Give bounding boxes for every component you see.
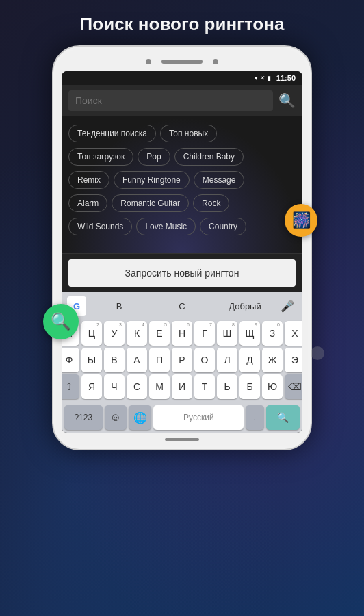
search-bar: 🔍 <box>62 85 302 116</box>
shift-key[interactable]: ⇧ <box>62 374 79 399</box>
tag-wild-sounds[interactable]: Wild Sounds <box>68 218 132 235</box>
tag-love-music[interactable]: Love Music <box>136 218 196 235</box>
suggestion-right[interactable]: Добрый <box>215 298 275 314</box>
battery-icon: ▮ <box>268 75 271 81</box>
key-ч[interactable]: Ч <box>104 374 125 399</box>
request-ringtone-button[interactable]: Запросить новый рингтон <box>68 259 296 287</box>
search-fab[interactable]: 🔍 <box>43 304 79 339</box>
status-time: 11:50 <box>276 74 296 82</box>
language-key[interactable]: 🌐 <box>129 405 151 430</box>
wifi-icon: ▾ <box>255 75 258 81</box>
key-с[interactable]: С <box>127 374 147 399</box>
keyboard-rows: 1Й 2Ц 3У 4К 5Е 6Н 7Г 8Ш 9Щ 0З Х Ф <box>62 320 302 404</box>
key-т[interactable]: Т <box>194 374 215 399</box>
phone-screen: ▾ ✕ ▮ 11:50 🔍 Тенденции поиска Топ новых <box>62 71 302 433</box>
tag-top-downloads[interactable]: Топ загрузок <box>68 148 133 166</box>
signal-icon: ✕ <box>260 75 265 81</box>
tag-pop[interactable]: Pop <box>138 148 170 166</box>
key-ю[interactable]: Ю <box>262 374 283 399</box>
camera-dot <box>146 59 151 64</box>
tag-children-baby[interactable]: Children Baby <box>174 148 244 166</box>
key-э[interactable]: Э <box>285 348 302 372</box>
key-к[interactable]: 4К <box>127 321 147 346</box>
tags-row-2: Топ загрузок Pop Children Baby <box>68 148 296 166</box>
tag-trending[interactable]: Тенденции поиска <box>68 125 156 142</box>
key-м[interactable]: М <box>149 374 170 399</box>
key-е[interactable]: 5Е <box>149 321 170 346</box>
speaker-bar <box>161 60 203 64</box>
key-и[interactable]: И <box>172 374 192 399</box>
tag-rock[interactable]: Rock <box>193 194 229 212</box>
key-ы[interactable]: Ы <box>81 348 102 372</box>
status-bar: ▾ ✕ ▮ 11:50 <box>62 71 302 85</box>
key-х[interactable]: Х <box>285 321 302 346</box>
tag-country[interactable]: Country <box>200 218 246 235</box>
search-input[interactable] <box>68 90 273 111</box>
keyboard-row-1: 1Й 2Ц 3У 4К 5Е 6Н 7Г 8Ш 9Щ 0З Х <box>64 321 300 346</box>
keyboard: G В С Добрый 🎤 1Й 2Ц 3У 4К 5Е <box>62 292 302 433</box>
key-у[interactable]: 3У <box>104 321 125 346</box>
key-щ[interactable]: 9Щ <box>239 321 260 346</box>
space-key[interactable]: Русский <box>153 405 244 430</box>
tag-message[interactable]: Message <box>194 171 245 189</box>
tag-alarm[interactable]: Alarm <box>68 194 107 212</box>
tag-funny-ringtone[interactable]: Funny Ringtone <box>114 171 190 189</box>
keyboard-row-3: ⇧ Я Ч С М И Т Ь Б Ю ⌫ <box>64 374 300 399</box>
side-decoration <box>311 346 324 360</box>
keyboard-bottom-row: ?123 ☺ 🌐 Русский . 🔍 <box>62 404 302 433</box>
microphone-icon[interactable]: 🎤 <box>278 297 297 316</box>
key-з[interactable]: 0З <box>262 321 283 346</box>
backspace-key[interactable]: ⌫ <box>285 374 302 399</box>
tags-row-4: Alarm Romantic Guitar Rock <box>68 194 296 212</box>
key-г[interactable]: 7Г <box>194 321 215 346</box>
phone-bottom <box>62 438 302 441</box>
tag-remix[interactable]: Remix <box>68 171 109 189</box>
key-р[interactable]: Р <box>172 348 192 372</box>
tag-romantic-guitar[interactable]: Romantic Guitar <box>112 194 189 212</box>
key-д[interactable]: Д <box>239 348 260 372</box>
key-п[interactable]: П <box>149 348 170 372</box>
key-ш[interactable]: 8Ш <box>217 321 237 346</box>
key-ж[interactable]: Ж <box>262 348 283 372</box>
enter-search-key[interactable]: 🔍 <box>266 405 300 430</box>
camera-dot-right <box>213 59 218 64</box>
key-ц[interactable]: 2Ц <box>81 321 102 346</box>
key-о[interactable]: О <box>194 348 215 372</box>
key-ь[interactable]: Ь <box>217 374 237 399</box>
key-я[interactable]: Я <box>81 374 102 399</box>
key-н[interactable]: 6Н <box>172 321 192 346</box>
tags-row-3: Remix Funny Ringtone Message <box>68 171 296 189</box>
num-key[interactable]: ?123 <box>64 405 103 430</box>
tags-row-1: Тенденции поиска Топ новых <box>68 125 296 142</box>
key-ф[interactable]: Ф <box>62 348 79 372</box>
key-в[interactable]: В <box>104 348 125 372</box>
keyboard-suggestion-row: G В С Добрый 🎤 <box>62 292 302 320</box>
tags-row-5: Wild Sounds Love Music Country <box>68 218 296 235</box>
key-л[interactable]: Л <box>217 348 237 372</box>
tags-area: Тенденции поиска Топ новых Топ загрузок … <box>62 116 302 253</box>
home-indicator <box>165 438 199 441</box>
suggestion-middle[interactable]: С <box>152 298 212 314</box>
tag-top-new[interactable]: Топ новых <box>160 125 217 142</box>
suggestion-left[interactable]: В <box>89 298 149 314</box>
search-button[interactable]: 🔍 <box>278 92 296 109</box>
request-area: Запросить новый рингтон <box>62 253 302 292</box>
emoji-key[interactable]: ☺ <box>105 405 127 430</box>
key-б[interactable]: Б <box>239 374 260 399</box>
fireworks-fab[interactable]: 🎆 <box>285 204 317 237</box>
keyboard-row-2: Ф Ы В А П Р О Л Д Ж Э <box>64 348 300 372</box>
period-key[interactable]: . <box>246 405 263 430</box>
key-а[interactable]: А <box>127 348 147 372</box>
page-title: Поиск нового рингтона <box>66 0 298 45</box>
